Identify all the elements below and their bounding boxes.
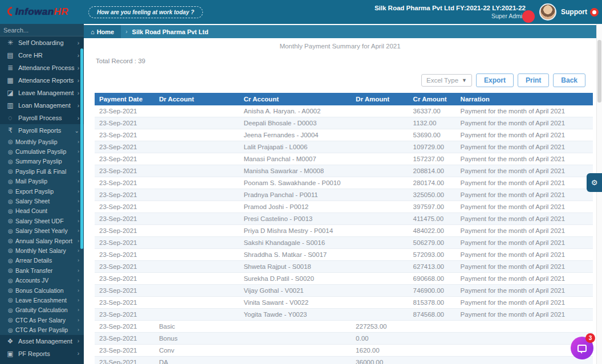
sidebar-item-leave-encashment[interactable]: ◎Leave Encashment› xyxy=(0,295,84,305)
bullseye-icon: ◎ xyxy=(8,267,15,273)
cell-cr-account: Vijay Gothal - V0021 xyxy=(239,285,351,297)
top-header: InfowanHR How are you feeling at work to… xyxy=(0,0,602,24)
table-row[interactable]: 23-Sep-2021Basic227253.00 xyxy=(95,321,593,333)
cell-dr-account xyxy=(154,237,239,249)
header-right-cluster: Silk Road Pharma Pvt Ltd FY:2021-22 LY:2… xyxy=(375,3,602,21)
print-button[interactable]: Print xyxy=(518,73,549,87)
table-row[interactable]: 23-Sep-2021Manisha Sawarkar - M000820881… xyxy=(95,165,593,177)
sidebar-item-monthly-net-salary[interactable]: ◎Monthly Net Salary› xyxy=(0,246,84,255)
table-row[interactable]: 23-Sep-2021Bonus0.00 xyxy=(95,333,593,345)
sidebar-item-leave-management[interactable]: ◪Leave Management› xyxy=(0,87,84,99)
table-row[interactable]: 23-Sep-2021Surekha D.Patil - S0020690668… xyxy=(95,273,593,285)
sidebar-item-payroll-reports[interactable]: ₹Payroll Reports⌄ xyxy=(0,124,84,137)
cell-cr-amount xyxy=(409,345,456,357)
table-row[interactable]: 23-Sep-2021Lalit Prajapati - L0006109729… xyxy=(95,141,593,153)
page-scrollbar[interactable] xyxy=(596,24,602,364)
sidebar-item-head-count[interactable]: ◎Head Count› xyxy=(0,206,84,216)
sidebar-item-salary-sheet-yearly[interactable]: ◎Salary Sheet Yearly› xyxy=(0,226,84,236)
cell-narration: Payment for the month of April 2021 xyxy=(456,117,593,129)
sidebar-item-self-onboarding[interactable]: ✳Self Onboarding› xyxy=(0,36,84,49)
sidebar-item-bank-transfer[interactable]: ◎Bank Transfer› xyxy=(0,265,84,275)
sidebar-item-payslip-full-final[interactable]: ◎Payslip Full & Final› xyxy=(0,166,84,176)
back-button[interactable]: Back xyxy=(553,73,585,87)
cell-cr-amount: 484022.00 xyxy=(409,225,456,237)
table-row[interactable]: 23-Sep-2021DA36000.00 xyxy=(95,357,593,364)
sidebar-item-arrear-details[interactable]: ◎Arrear Details› xyxy=(0,256,84,265)
chevron-right-icon: › xyxy=(78,277,79,283)
chevron-right-icon: › xyxy=(78,248,79,253)
chat-badge: 3 xyxy=(585,333,595,343)
cell-dr-amount xyxy=(351,165,409,177)
table-row[interactable]: 23-Sep-2021Shweta Rajput - S0018627413.0… xyxy=(95,261,593,273)
table-row[interactable]: 23-Sep-2021Manasi Panchal - M0007157237.… xyxy=(95,153,593,165)
cell-narration: Payment for the month of April 2021 xyxy=(456,105,593,117)
app-logo[interactable]: InfowanHR xyxy=(0,0,84,24)
table-row[interactable]: 23-Sep-2021Jeena Fernandes - J000453690.… xyxy=(95,129,593,141)
sidebar-item-asset-management[interactable]: ❖Asset Management› xyxy=(0,335,84,347)
submenu-item-label: Leave Encashment xyxy=(15,297,78,304)
page-scrollbar-thumb[interactable] xyxy=(597,40,601,103)
sidebar-item-export-payslip[interactable]: ◎Export Payslip› xyxy=(0,186,84,196)
table-row[interactable]: 23-Sep-2021Deepali Bhosale - D00031132.0… xyxy=(95,117,593,129)
cell-dr-amount xyxy=(351,297,409,309)
sidebar-item-pf-reports[interactable]: ▣PF Reports› xyxy=(0,347,84,360)
chevron-right-icon: › xyxy=(78,198,79,204)
table-row[interactable]: 23-Sep-2021Priya D Mishra Mestry - P0014… xyxy=(95,225,593,237)
excel-type-select[interactable]: Excel Type ▼ xyxy=(421,74,472,87)
sidebar-item-bonus-calculation[interactable]: ◎Bonus Calculation› xyxy=(0,285,84,295)
cell-dr-amount xyxy=(351,153,409,165)
breadcrumb-home[interactable]: ⌂ Home xyxy=(84,25,121,38)
chevron-right-icon: › xyxy=(78,90,79,96)
cell-payment-date: 23-Sep-2021 xyxy=(95,333,154,345)
sidebar-item-ctc-as-per-salary[interactable]: ◎CTC As Per Salary› xyxy=(0,315,84,325)
payment-summary-table: Payment DateDr AccountCr AccountDr Amoun… xyxy=(95,93,593,364)
chat-button[interactable]: 3 xyxy=(571,337,593,359)
sidebar-item-payroll-process[interactable]: ◌Payroll Process› xyxy=(0,112,84,124)
table-row[interactable]: 23-Sep-2021Vinita Sawant - V0022815378.0… xyxy=(95,297,593,309)
table-row[interactable]: 23-Sep-2021Vijay Gothal - V0021746900.00… xyxy=(95,285,593,297)
sidebar-item-cumulative-payslip[interactable]: ◎Cumulative Payslip› xyxy=(0,146,84,156)
sidebar-item-loan-management[interactable]: ▥Loan Management› xyxy=(0,99,84,112)
sidebar-item-monthly-payslip[interactable]: ◎Monthly Payslip› xyxy=(0,137,84,146)
settings-tab[interactable]: ⚙ xyxy=(587,173,602,192)
cell-narration: Payment for the month of April 2021 xyxy=(456,297,593,309)
table-row[interactable]: 23-Sep-2021Shraddha S. Matkar - S0017572… xyxy=(95,249,593,261)
sidebar-item-attendance-reports[interactable]: ▦Attendance Reports› xyxy=(0,74,84,87)
notification-badge[interactable] xyxy=(522,10,535,23)
sidebar-item-core-hr[interactable]: ▤Core HR› xyxy=(0,49,84,62)
search-input[interactable] xyxy=(3,27,84,34)
table-row[interactable]: 23-Sep-2021Pradnya Panchal - P0011325050… xyxy=(95,189,593,201)
sidebar-item-accounts-jv[interactable]: ◎Accounts JV› xyxy=(0,275,84,285)
export-button[interactable]: Export xyxy=(476,73,514,87)
table-row[interactable]: 23-Sep-2021Sakshi Khandagale - S00165062… xyxy=(95,237,593,249)
sidebar-item-ctc-as-per-payslip[interactable]: ◎CTC As Per Payslip› xyxy=(0,325,84,334)
submenu-item-label: Annual Salary Report xyxy=(15,238,78,244)
mood-question-button[interactable]: How are you feeling at work today ? xyxy=(88,6,203,18)
table-row[interactable]: 23-Sep-2021Anisha A. Haryan. - A00023633… xyxy=(95,105,593,117)
table-row[interactable]: 23-Sep-2021Yogita Tawde - Y0023874568.00… xyxy=(95,309,593,321)
sidebar-item-mail-payslip[interactable]: ◎Mail Payslip› xyxy=(0,177,84,186)
sidebar-item-summary-payslip[interactable]: ◎Summary Payslip› xyxy=(0,157,84,166)
table-row[interactable]: 23-Sep-2021Poonam S. Sawakhande - P00102… xyxy=(95,177,593,189)
table-row[interactable]: 23-Sep-2021Pramod Joshi - P0012397597.00… xyxy=(95,201,593,213)
sidebar-item-annual-salary-report[interactable]: ◎Annual Salary Report› xyxy=(0,236,84,246)
sidebar-item-gratuity-calculation[interactable]: ◎Gratuity Calculation› xyxy=(0,305,84,315)
user-avatar[interactable] xyxy=(539,3,556,21)
support-button[interactable]: Support xyxy=(561,8,599,17)
bullseye-icon: ◎ xyxy=(8,188,15,194)
chevron-right-icon: › xyxy=(78,158,79,164)
submenu-item-label: CTC As Per Payslip xyxy=(15,326,78,333)
cell-payment-date: 23-Sep-2021 xyxy=(95,129,154,141)
table-row[interactable]: 23-Sep-2021Presi Castelino - P0013411475… xyxy=(95,213,593,225)
sidebar-item-salary-sheet[interactable]: ◎Salary Sheet› xyxy=(0,196,84,206)
column-header-dr-account: Dr Account xyxy=(154,93,239,105)
sidebar-item-attendance-process[interactable]: ≣Attendance Process› xyxy=(0,62,84,74)
sidebar-scrollbar[interactable] xyxy=(80,48,83,249)
cell-cr-account: Deepali Bhosale - D0003 xyxy=(239,117,351,129)
table-row[interactable]: 23-Sep-2021Conv1620.00 xyxy=(95,345,593,357)
sidebar-item-salary-sheet-udf[interactable]: ◎Salary Sheet UDF› xyxy=(0,216,84,226)
cell-narration: Payment for the month of April 2021 xyxy=(456,249,593,261)
cell-dr-amount xyxy=(351,105,409,117)
submenu-item-label: Bank Transfer xyxy=(15,267,78,274)
cell-payment-date: 23-Sep-2021 xyxy=(95,141,154,153)
